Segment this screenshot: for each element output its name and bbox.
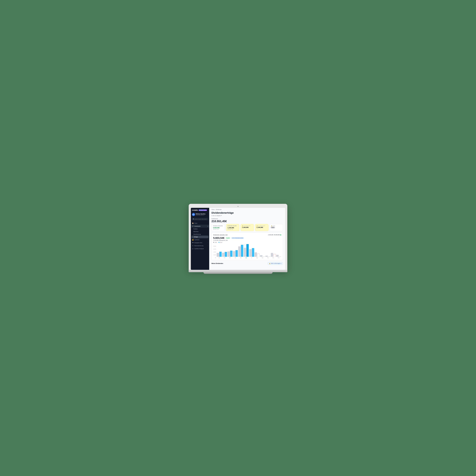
lock-icon-small: 🔒	[269, 263, 270, 264]
chart-main-value: 5.603,54€ +11,4% 8,2% Dividendenrendite	[213, 237, 281, 239]
user-area[interactable]: WS Wolfram Stacklies wolfram@rentablo.de	[191, 212, 209, 217]
prev-year-label: vergangenes Jahr	[219, 240, 228, 241]
page-title: Dividendenerträge	[211, 211, 283, 214]
legend-dot-2023	[219, 242, 220, 243]
bar-2023-Okt	[268, 256, 270, 257]
prev-year-value: 2.152,89€	[213, 240, 218, 241]
x-label-jul: Jul	[249, 257, 254, 258]
bar-2022-Sep	[260, 255, 262, 257]
stat-value: 5.640,96€	[213, 227, 223, 229]
main-content: Home › Dividenden Dividendenerträge 1 vo…	[209, 208, 285, 270]
sidebar-item-label: Erträge	[194, 236, 198, 238]
dividends-title: Meine Dividenden	[211, 263, 223, 264]
bar-2023-Mar	[230, 251, 232, 257]
stat-value-blurred: ■■■■	[271, 226, 281, 228]
breadcrumb: Home › Dividenden	[209, 208, 285, 211]
bar-group-feb	[222, 252, 227, 257]
chart-prev-year: 2.152,89€ vergangenes Jahr	[213, 240, 281, 241]
bar-2023-Mai	[241, 245, 243, 257]
sidebar-item-investments[interactable]: ☑ Investments ▾	[191, 225, 209, 228]
legend-dot-2022	[213, 242, 214, 243]
x-labels: JanFebMarAprMaiJunJulAugSepOktNovDez	[217, 257, 281, 258]
bar-2023-Nov	[273, 254, 276, 257]
sidebar-item-label: Cashback	[194, 239, 199, 240]
sidebar-item-depotoptimierung[interactable]: ⊙ Depotoptimierung ›	[191, 244, 209, 247]
stat-card-vorhersage: 🔒 Vorhersage 2024 1.240,96€	[240, 224, 254, 231]
bar-group-mai	[238, 245, 243, 257]
chevron-down-icon: ▾	[281, 263, 281, 264]
depot-selector-text: 1 von 11 Depots	[211, 215, 221, 216]
sidebar-item-label: Watchlists	[193, 231, 199, 232]
chart-total: 2.146,23€ / 35.064,84€	[268, 234, 281, 236]
chart-area: JanFebMarAprMaiJunJulAugSepOktNovDez	[217, 244, 281, 258]
bar-2022-Mar	[227, 251, 230, 257]
x-label-nov: Nov	[271, 257, 276, 258]
sidebar-item-label: Portfolio	[193, 228, 198, 230]
x-label-jun: Jun	[244, 257, 249, 258]
chart-value-text: 5.603,54€	[213, 237, 224, 239]
home-icon: 🏠	[192, 222, 194, 224]
bar-group-apr	[233, 250, 238, 257]
bar-group-jun	[244, 244, 249, 257]
sidebar-item-label: Depotoptimierung	[194, 245, 203, 246]
total-dot	[280, 235, 281, 235]
x-label-dez: Dez	[276, 257, 281, 258]
sidebar-item-cashflow-analyzer[interactable]: ◎ Cashflow-Analyzer	[191, 247, 209, 250]
sidebar-item-navigation-item[interactable]: 🗺 Navigation Item ›	[191, 241, 209, 244]
legend-label-2023: 2023	[220, 242, 222, 243]
page-header: Dividendenerträge 1 von 11 Depots ▾	[209, 211, 285, 218]
search-input[interactable]	[195, 219, 207, 220]
bar-group-aug	[255, 252, 260, 257]
stat-label: Dividenden-Rendite	[227, 225, 238, 226]
cashback-icon: 💰	[192, 239, 194, 240]
lock-icon: 🔒 Vorhersage 2024	[242, 225, 252, 226]
stat-value: 1.240,96€	[242, 226, 252, 228]
stat-value: 1.240,96€	[227, 227, 238, 229]
x-label-mai: Mai	[238, 257, 243, 258]
bar-chart-inner	[217, 244, 281, 257]
bar-2022-Dez	[276, 255, 278, 257]
stats-row: Erhaltene Dividenden 5.640,96€ Aktuelles…	[209, 224, 285, 233]
breadcrumb-current: Dividenden	[216, 209, 221, 210]
sidebar-item-label: Investments	[194, 226, 201, 227]
bar-2022-Feb	[222, 253, 224, 257]
lock-icon: 🔒 Div. Rendite 2024	[256, 225, 267, 226]
sidebar-item-label: Klassifizierung	[193, 234, 201, 235]
sidebar-item-klassifizierung[interactable]: Klassifizierung	[191, 233, 209, 236]
y-label-1000: 1.000€	[213, 255, 216, 255]
chevron-icon: ›	[208, 239, 208, 240]
y-axis-labels: 2.500€ 2.000€ 1.500€ 1.000€ 0€	[213, 246, 216, 258]
sidebar-item-watchlists[interactable]: Watchlists	[191, 230, 209, 233]
chevron-icon: ›	[208, 242, 208, 243]
sidebar-item-home[interactable]: 🏠 Home	[191, 222, 209, 225]
sidebar-item-cashback[interactable]: 💰 Cashback ›	[191, 238, 209, 241]
y-label-2500: 2.500€	[213, 246, 216, 247]
bar-2022-Nov	[271, 253, 273, 257]
logo: rentablo	[192, 209, 198, 211]
sidebar-item-label: Cashflow-Analyzer	[194, 248, 204, 249]
depot-selector[interactable]: 1 von 11 Depots ▾	[211, 215, 283, 216]
user-info: Wolfram Stacklies wolfram@rentablo.de	[196, 213, 205, 216]
forecast-button[interactable]: 🔒 Jahre vorhersagen ▾	[268, 262, 283, 265]
sidebar-item-ertraege[interactable]: Erträge	[191, 236, 208, 238]
legend-item-2023: 2023	[219, 242, 222, 243]
bar-group-jan	[217, 252, 221, 257]
bar-2023-Dez	[279, 256, 281, 257]
badge-positive: +11,4%	[225, 237, 230, 239]
bar-group-sep	[260, 255, 265, 257]
bar-2022-Aug	[255, 252, 257, 257]
bar-group-jul	[249, 248, 254, 257]
bar-2022-Jun	[244, 248, 246, 257]
premium-badge[interactable]: Premium Testen	[199, 209, 207, 211]
legend-item-2022: 2022	[213, 242, 217, 243]
sidebar-item-label: Navigation Item	[194, 242, 202, 243]
bar-2022-Okt	[265, 256, 268, 257]
investments-icon: ☑	[192, 225, 194, 227]
bar-2023-Jun	[246, 244, 249, 257]
chart-total-text: 2.146,23€ / 35.064,84€	[268, 234, 280, 236]
search-box[interactable]: 🔍	[192, 218, 208, 220]
sidebar-item-portfolio[interactable]: Portfolio	[191, 228, 209, 230]
breadcrumb-home[interactable]: Home	[211, 209, 215, 210]
bar-2023-Jul	[252, 248, 254, 257]
x-label-apr: Apr	[233, 257, 238, 258]
